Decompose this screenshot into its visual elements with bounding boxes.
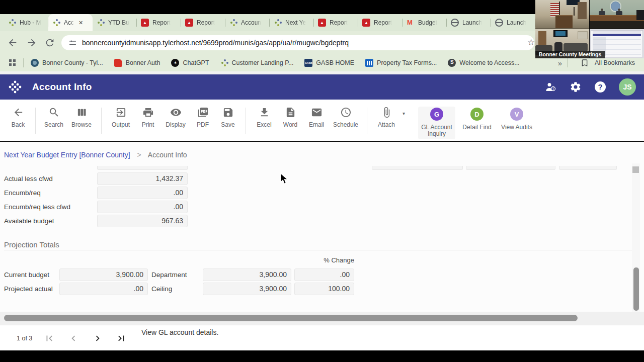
pdf-favicon <box>362 19 370 27</box>
bookmarks-overflow-icon[interactable]: » <box>558 59 561 67</box>
projected-actual-field[interactable]: .00 <box>59 283 148 295</box>
browser-tab-report-4[interactable]: Report <box>358 14 403 31</box>
current-budget-field[interactable]: 3,900.00 <box>59 268 148 281</box>
pdf-favicon <box>141 19 149 27</box>
browser-tab-account2[interactable]: Accoun <box>225 14 270 31</box>
pct-change-header: % Change <box>294 256 354 264</box>
output-button[interactable]: Output <box>107 107 135 128</box>
avatar[interactable]: JS <box>619 78 636 96</box>
bookmark-property-tax[interactable]: Property Tax Forms... <box>365 59 437 67</box>
actual-less-cfwd-field[interactable]: 1,432.37 <box>97 172 188 185</box>
ceiling-field[interactable]: 3,900.00 <box>203 283 291 295</box>
print-button[interactable]: Print <box>135 107 161 128</box>
search-button[interactable]: Search <box>41 107 67 128</box>
button-label: Display <box>166 122 185 128</box>
field-value: 3,900.00 <box>60 269 147 281</box>
encumb-req-less-cfwd-field[interactable]: .00 <box>97 201 188 213</box>
tune-icon[interactable] <box>68 39 77 47</box>
all-bookmarks-icon[interactable] <box>581 59 589 67</box>
browser-tab-report-3[interactable]: Report <box>314 14 358 31</box>
breadcrumb-parent-link[interactable]: Next Year Budget Entry [Bonner County] <box>4 151 130 159</box>
all-bookmarks-label[interactable]: All Bookmarks <box>595 59 635 66</box>
next-page-button[interactable] <box>92 333 104 345</box>
browser-tab-launch-2[interactable]: Launch <box>491 14 535 31</box>
webcam-feed-dais <box>590 0 644 29</box>
view-audits-badge-icon: V <box>510 108 523 121</box>
browser-tab-hub[interactable]: Hub - M <box>4 14 48 31</box>
browser-tab-active-account[interactable]: Acc ✕ <box>48 14 93 31</box>
bookmark-gasb[interactable]: GASB HOME <box>304 59 354 67</box>
browser-back-icon[interactable] <box>7 37 18 48</box>
bookmark-bonner-county[interactable]: Bonner County - Tyl... <box>31 59 103 67</box>
partial-input-field <box>372 166 463 170</box>
last-page-button[interactable] <box>115 333 127 345</box>
save-button[interactable]: Save <box>215 107 240 128</box>
horizontal-scrollbar-thumb[interactable] <box>4 315 578 321</box>
pdf-button[interactable]: PDF <box>190 107 215 128</box>
tab-label: Accoun <box>241 19 261 26</box>
browser-tab-nextyear[interactable]: Next Ye <box>270 14 314 31</box>
url-text[interactable]: bonnercountyidmunisapp.tylerhost.net/969… <box>82 39 349 47</box>
help-icon[interactable]: ? <box>595 81 606 93</box>
browser-reload-icon[interactable] <box>44 37 55 48</box>
tab-label: Budget <box>418 19 437 26</box>
paperclip-icon <box>381 107 392 118</box>
gl-account-inquiry-button[interactable]: G GL Account Inquiry <box>418 107 455 139</box>
encumb-req-field[interactable]: .00 <box>97 187 188 199</box>
word-button[interactable]: Word <box>277 107 303 128</box>
field-label: Actual less cfwd <box>4 175 53 183</box>
detail-find-button[interactable]: D Detail Find <box>459 107 495 131</box>
bookmark-chatgpt[interactable]: ChatGPT <box>171 59 209 67</box>
button-label: Print <box>142 122 154 128</box>
field-value: 3,900.00 <box>203 283 291 295</box>
tyler-favicon <box>274 19 282 27</box>
browser-tab-report-1[interactable]: Report <box>137 14 181 31</box>
available-budget-field[interactable]: 967.63 <box>97 215 188 227</box>
back-button[interactable]: Back <box>6 107 30 128</box>
globe-dark-favicon <box>448 59 456 67</box>
department-pct-change-field[interactable]: .00 <box>294 268 354 281</box>
button-label: Word <box>283 122 297 128</box>
tyler-favicon <box>52 19 60 27</box>
bookmark-label: Bonner County - Tyl... <box>42 59 103 66</box>
bookmark-customer-landing[interactable]: Customer Landing P... <box>220 59 294 67</box>
first-page-button[interactable] <box>43 333 55 345</box>
user-info-icon[interactable]: i <box>544 81 556 93</box>
screen: Hub - M Acc ✕ YTD Bu Report Report Accou… <box>0 0 644 362</box>
close-icon[interactable]: ✕ <box>78 20 83 26</box>
schedule-button[interactable]: Schedule <box>330 107 362 128</box>
excel-button[interactable]: Excel <box>251 107 277 128</box>
vertical-scrollbar-stub[interactable] <box>632 166 639 173</box>
view-audits-button[interactable]: V View Audits <box>499 107 535 131</box>
tyler-favicon <box>97 19 105 27</box>
microphone-stand <box>574 7 575 16</box>
tyler-favicon <box>8 19 16 27</box>
address-bar[interactable]: bonnercountyidmunisapp.tylerhost.net/969… <box>61 35 534 50</box>
browse-button[interactable]: Browse <box>67 107 96 128</box>
vertical-scrollbar-thumb[interactable] <box>633 267 639 311</box>
browser-tab-report-2[interactable]: Report <box>181 14 225 31</box>
bookmark-star-icon[interactable]: ☆ <box>527 37 535 48</box>
monitor <box>636 10 644 20</box>
chatgpt-favicon <box>171 59 179 67</box>
browser-forward-icon[interactable] <box>26 37 37 48</box>
bookmark-label: GASB HOME <box>316 59 354 66</box>
bookmark-bonner-auth[interactable]: Bonner Auth <box>114 59 160 67</box>
page-title: Account Info <box>32 81 92 93</box>
red-favicon <box>114 59 122 67</box>
ceiling-pct-change-field[interactable]: 100.00 <box>294 283 354 295</box>
department-field[interactable]: 3,900.00 <box>203 268 291 281</box>
attach-button[interactable]: Attach <box>372 107 400 128</box>
browser-tab-launch-1[interactable]: Launch <box>447 14 491 31</box>
attach-dropdown-caret[interactable]: ▾ <box>403 111 405 116</box>
gear-icon[interactable] <box>570 81 582 93</box>
previous-page-button[interactable] <box>67 333 79 345</box>
field-label: Encumb/req <box>4 189 41 197</box>
browser-tab-budget[interactable]: Budget <box>403 14 447 31</box>
browser-tab-ytd[interactable]: YTD Bu <box>93 14 137 31</box>
email-button[interactable]: Email <box>303 107 330 128</box>
display-button[interactable]: Display <box>161 107 190 128</box>
apps-grid-icon[interactable] <box>9 59 16 66</box>
bookmark-welcome-access[interactable]: Welcome to Access... <box>448 59 519 67</box>
partial-input-field <box>97 166 188 170</box>
